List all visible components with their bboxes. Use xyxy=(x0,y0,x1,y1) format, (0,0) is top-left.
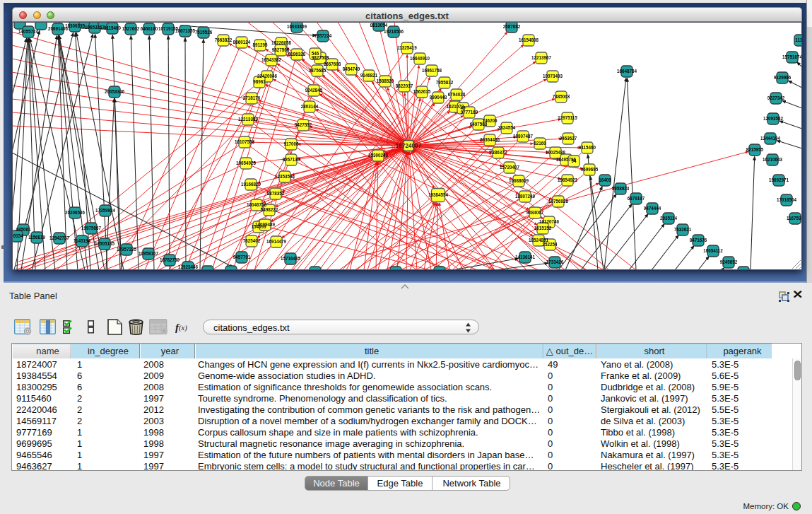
svg-text:546: 546 xyxy=(312,51,319,56)
svg-text:12923446: 12923446 xyxy=(178,264,199,269)
svg-text:9115460: 9115460 xyxy=(104,25,122,30)
svg-text:6794028: 6794028 xyxy=(448,92,466,97)
svg-text:9146821: 9146821 xyxy=(360,73,378,78)
svg-text:14055724: 14055724 xyxy=(18,29,39,34)
svg-text:8990448: 8990448 xyxy=(430,95,447,100)
svg-text:8267130: 8267130 xyxy=(283,157,300,162)
svg-text:7955812: 7955812 xyxy=(436,80,454,85)
svg-text:12444194: 12444194 xyxy=(760,136,781,141)
svg-text:1167533: 1167533 xyxy=(787,216,802,221)
svg-text:16210643: 16210643 xyxy=(763,157,783,162)
svg-text:20206536: 20206536 xyxy=(65,210,86,215)
svg-text:7632621: 7632621 xyxy=(674,227,692,232)
svg-text:8454749: 8454749 xyxy=(343,66,360,71)
svg-text:9699695: 9699695 xyxy=(581,167,599,172)
svg-text:1145194: 1145194 xyxy=(73,238,91,243)
svg-text:12353594: 12353594 xyxy=(275,174,295,179)
svg-text:39154: 39154 xyxy=(12,233,23,238)
svg-text:7663822: 7663822 xyxy=(215,37,233,42)
svg-text:2087682: 2087682 xyxy=(503,24,521,29)
svg-text:2718170: 2718170 xyxy=(243,95,261,100)
svg-text:10973493: 10973493 xyxy=(543,74,563,78)
svg-text:19384554: 19384554 xyxy=(428,192,449,197)
svg-text:19975867: 19975867 xyxy=(81,226,102,230)
svg-text:16640910: 16640910 xyxy=(410,56,430,61)
svg-text:6879197: 6879197 xyxy=(628,196,645,201)
svg-text:16782759: 16782759 xyxy=(160,257,180,262)
svg-text:16409: 16409 xyxy=(599,177,611,182)
svg-text:10958107: 10958107 xyxy=(139,251,159,256)
svg-text:17016504: 17016504 xyxy=(777,197,797,202)
svg-text:16107553: 16107553 xyxy=(235,139,255,144)
svg-text:3824554: 3824554 xyxy=(498,125,516,130)
svg-text:746206: 746206 xyxy=(482,118,498,123)
svg-text:17359924: 17359924 xyxy=(95,208,116,213)
svg-text:9115460: 9115460 xyxy=(579,145,596,150)
svg-text:15720407: 15720407 xyxy=(500,165,520,170)
svg-text:12505135: 12505135 xyxy=(95,241,115,246)
svg-text:12942737: 12942737 xyxy=(49,235,70,240)
svg-text:8660124: 8660124 xyxy=(233,40,251,45)
svg-text:16033809: 16033809 xyxy=(287,24,307,29)
svg-text:16046756: 16046756 xyxy=(247,202,267,207)
svg-text:9827508: 9827508 xyxy=(312,55,329,60)
svg-text:5498222: 5498222 xyxy=(261,207,278,212)
svg-text:15300243: 15300243 xyxy=(368,153,389,158)
svg-text:8878352: 8878352 xyxy=(267,191,285,196)
svg-text:2667608: 2667608 xyxy=(324,62,341,66)
svg-text:10654925: 10654925 xyxy=(236,160,257,165)
svg-text:9463627: 9463627 xyxy=(560,136,577,141)
svg-text:10671355: 10671355 xyxy=(175,28,196,33)
svg-text:891295: 891295 xyxy=(252,42,268,47)
svg-text:2803144: 2803144 xyxy=(301,104,319,109)
svg-text:16648784: 16648784 xyxy=(617,69,637,74)
svg-text:1117: 1117 xyxy=(795,37,802,42)
svg-text:1527602: 1527602 xyxy=(122,26,140,31)
svg-text:9242845: 9242845 xyxy=(305,88,323,93)
svg-text:9084067: 9084067 xyxy=(526,210,544,215)
svg-text:7357224: 7357224 xyxy=(314,33,332,38)
svg-text:15751074: 15751074 xyxy=(782,54,802,59)
svg-text:16961758: 16961758 xyxy=(422,68,442,73)
svg-text:9129966: 9129966 xyxy=(774,75,792,80)
svg-text:935061: 935061 xyxy=(16,227,31,232)
svg-text:17957225: 17957225 xyxy=(117,247,137,252)
svg-text:14136141: 14136141 xyxy=(515,255,536,259)
svg-text:14099489: 14099489 xyxy=(255,222,276,227)
svg-text:8471676: 8471676 xyxy=(690,238,707,243)
svg-text:8427552: 8427552 xyxy=(295,122,312,127)
svg-text:7485003: 7485003 xyxy=(553,94,570,99)
svg-text:9245652: 9245652 xyxy=(720,259,738,264)
svg-text:1615152: 1615152 xyxy=(534,226,552,230)
svg-text:8813054: 8813054 xyxy=(370,23,388,28)
svg-text:252254: 252254 xyxy=(542,242,558,247)
svg-text:8215955: 8215955 xyxy=(746,147,764,152)
svg-text:18300295: 18300295 xyxy=(65,23,86,28)
svg-text:10654112: 10654112 xyxy=(703,248,723,253)
svg-text:12213967: 12213967 xyxy=(531,55,552,60)
svg-text:10025438: 10025438 xyxy=(546,150,566,155)
svg-text:8186328: 8186328 xyxy=(288,52,306,57)
svg-text:3875685: 3875685 xyxy=(309,68,326,73)
svg-text:19692971: 19692971 xyxy=(769,177,789,182)
svg-text:9474444: 9474444 xyxy=(644,206,661,211)
svg-text:11325419: 11325419 xyxy=(397,45,417,50)
svg-text:7515526: 7515526 xyxy=(195,30,213,35)
svg-text:18807249: 18807249 xyxy=(515,194,536,199)
svg-text:10756928: 10756928 xyxy=(548,199,569,204)
svg-text:12975115: 12975115 xyxy=(558,115,577,120)
svg-text:12213389: 12213389 xyxy=(238,117,259,122)
svg-text:917006: 917006 xyxy=(283,141,299,146)
svg-text:5958923: 5958923 xyxy=(612,186,630,191)
svg-text:1156819: 1156819 xyxy=(28,235,46,240)
svg-text:12093582: 12093582 xyxy=(763,116,784,121)
svg-text:19654923: 19654923 xyxy=(558,177,578,182)
svg-text:9227342: 9227342 xyxy=(767,95,785,100)
svg-text:7386372: 7386372 xyxy=(490,150,507,155)
svg-text:10807487: 10807487 xyxy=(513,134,534,139)
svg-text:16914479: 16914479 xyxy=(266,239,287,244)
svg-text:16154808: 16154808 xyxy=(519,37,539,42)
svg-text:6466160: 6466160 xyxy=(141,26,158,31)
svg-text:10688609: 10688609 xyxy=(509,178,529,183)
svg-text:16543382: 16543382 xyxy=(261,57,282,62)
